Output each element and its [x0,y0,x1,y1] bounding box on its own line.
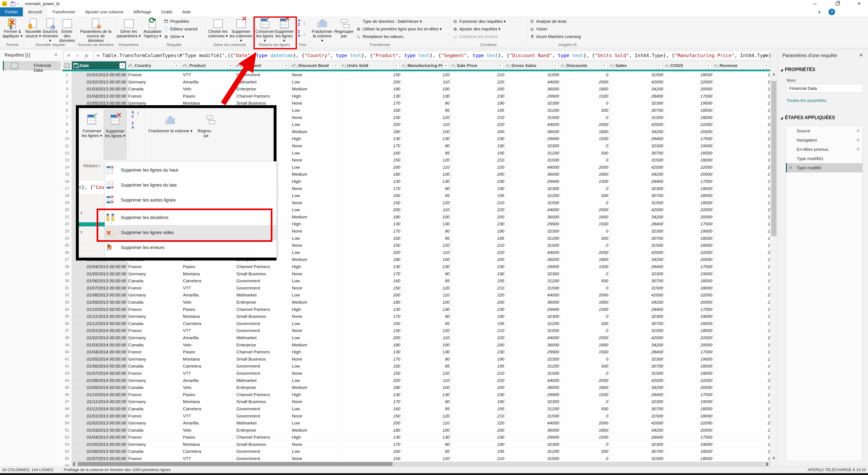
cell[interactable]: Government [235,284,292,292]
fermer-appliquer-button[interactable]: ✕↥Fermer & appliquer ▾ [2,18,23,42]
cell[interactable]: 220 [450,206,506,213]
cell[interactable]: Low [290,206,342,213]
cell[interactable]: 30700 [608,107,665,114]
cell[interactable]: 20000 [663,213,714,220]
cell[interactable]: Low [290,235,342,242]
cell[interactable]: 0 [559,114,610,121]
gérer-les-param-tres-button[interactable]: Gérer les paramètres ▾ [116,18,141,42]
cell[interactable]: 170 [340,185,402,192]
cell[interactable]: France [126,284,183,292]
cell[interactable]: 170 [340,270,402,278]
cell[interactable]: Canada [126,448,183,455]
cell[interactable]: Velo [181,299,237,306]
cell[interactable]: Canada [126,363,183,370]
horizontal-scroll-thumb[interactable] [78,462,393,466]
cell[interactable]: 31500 [608,114,665,121]
cell[interactable]: 2000 [559,78,610,86]
cell[interactable]: 170 [340,398,402,405]
cell[interactable]: 2 [712,249,770,256]
cell[interactable]: 32300 [504,228,561,235]
cell[interactable]: 42000 [608,206,665,213]
cell[interactable]: 44000 [504,334,561,341]
cell[interactable]: 1500 [559,135,610,142]
cell[interactable]: 2000 [559,249,610,256]
cell[interactable]: 95 [400,363,452,370]
cell[interactable]: 100 [400,128,452,135]
cell[interactable]: Medium [290,256,342,263]
cell[interactable]: 210 [450,327,506,334]
sort-descending-icon[interactable]: ZA↓ [298,30,301,39]
cell[interactable]: High [290,434,342,441]
cell[interactable]: 170 [340,228,402,235]
column-header-date[interactable]: Date▼ [72,61,126,70]
cell[interactable]: 95 [400,149,452,157]
cell[interactable]: 30700 [608,448,665,455]
cell[interactable]: Low [290,292,342,299]
cell[interactable]: 100 [400,384,452,391]
cell[interactable]: 18500 [663,235,714,242]
cell[interactable]: Channel Partners [235,263,292,270]
cell[interactable]: 210 [450,284,506,292]
cell[interactable]: France [126,370,183,377]
cell[interactable]: 36000 [504,171,561,178]
minimize-button[interactable] [806,0,824,7]
cell[interactable]: 0 [559,313,610,320]
cell[interactable]: 1500 [559,220,610,228]
cell[interactable]: None [290,355,342,363]
cell[interactable]: 18000 [663,157,714,164]
cell[interactable]: 1500 [559,93,610,100]
cell[interactable]: 01/02/2013 00:00:00 [72,78,128,86]
cell[interactable]: France [126,327,183,334]
cell[interactable]: 29900 [504,434,561,441]
cell[interactable]: 29900 [504,220,561,228]
cell[interactable]: 28400 [608,306,665,313]
cell[interactable]: 210 [450,412,506,420]
cell[interactable]: Paseo [181,263,237,270]
cell[interactable]: 01/12/2014 00:00:00 [72,405,128,412]
cell[interactable]: 31500 [504,199,561,206]
delete-step-icon[interactable]: ✕ [789,163,792,172]
cell[interactable]: 95 [400,320,452,327]
cell[interactable]: 1 [712,107,770,114]
cell[interactable]: 195 [450,363,506,370]
cell[interactable]: 170 [340,100,402,107]
cell[interactable]: 31200 [504,448,561,455]
cell[interactable]: 1500 [559,391,610,398]
scroll-right-icon[interactable]: ❯ [766,462,769,466]
cell[interactable]: 44000 [504,164,561,171]
cell[interactable]: 130 [340,348,402,355]
cell[interactable]: 32300 [608,100,665,107]
cell[interactable]: 180 [340,341,402,349]
cell[interactable]: 160 [340,405,402,412]
cell[interactable]: 500 [559,320,610,327]
cell[interactable]: 0 [559,327,610,334]
tab-aide[interactable]: Aide [177,7,196,16]
cell[interactable]: 19000 [663,142,714,149]
cell[interactable]: 18000 [663,199,714,206]
filter-dropdown-icon[interactable]: ▼ [333,63,339,69]
cell[interactable]: 32300 [504,355,561,363]
cell[interactable]: Germany [126,292,183,299]
cell[interactable]: 28400 [608,263,665,270]
cell[interactable]: 1800 [559,299,610,306]
cell[interactable]: 31500 [504,455,561,462]
cell[interactable]: 200 [450,299,506,306]
cell[interactable]: Government [235,363,292,370]
cell[interactable]: Midmarket [235,377,292,384]
cell[interactable]: 1 [712,135,770,142]
cell[interactable]: Amarilla [181,334,237,341]
query-item-financial-data[interactable]: Financial Data [3,61,61,70]
cell[interactable]: 1 [712,185,770,192]
query-name-input[interactable]: Financial Data [786,84,864,93]
cell[interactable]: 2 [712,334,770,341]
cell[interactable]: None [290,441,342,448]
cell[interactable]: 31500 [608,412,665,420]
cell[interactable]: 110 [400,377,452,384]
cell[interactable]: 32300 [608,441,665,448]
cell[interactable]: 1800 [559,341,610,349]
column-header-units-sold[interactable]: 123Units Sold▼ [340,61,400,70]
cell[interactable]: 95 [400,405,452,412]
cell[interactable]: 20000 [663,256,714,263]
cell[interactable]: 22000 [663,164,714,171]
cell[interactable]: 130 [340,135,402,142]
